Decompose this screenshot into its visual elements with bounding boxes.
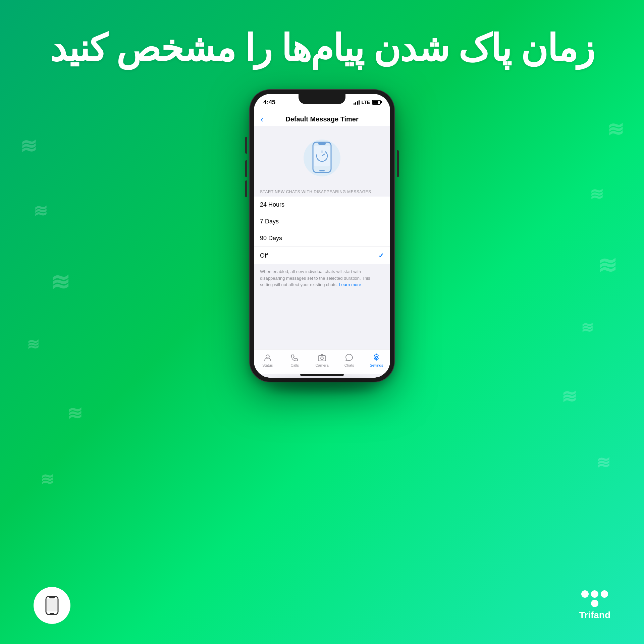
signal-bar-3 (357, 101, 358, 105)
back-button[interactable]: ‹ (261, 115, 263, 124)
signal-bar-4 (359, 100, 360, 105)
svg-point-9 (321, 357, 323, 360)
camera-tab-label: Camera (315, 363, 328, 367)
status-time: 4:45 (263, 99, 275, 106)
trifand-dot-4-empty (581, 600, 589, 607)
chats-tab-label: Chats (344, 363, 354, 367)
trifand-brand-name: Trifand (579, 610, 610, 621)
tab-status[interactable]: Status (258, 353, 278, 367)
description-text: When enabled, all new individual chats w… (260, 268, 384, 288)
battery-icon (372, 100, 381, 105)
status-icons: LTE (354, 100, 381, 105)
timer-icon-area (254, 126, 390, 186)
lte-label: LTE (362, 100, 370, 105)
camera-tab-icon (317, 353, 327, 362)
trifand-dot-1 (581, 590, 589, 598)
status-tab-label: Status (262, 363, 273, 367)
trifand-dot-5 (591, 600, 598, 607)
status-tab-icon (263, 353, 272, 362)
signal-bar-2 (355, 102, 356, 105)
trifand-dot-2 (591, 590, 598, 598)
status-bar: 4:45 LTE (254, 94, 390, 111)
svg-point-10 (375, 357, 377, 359)
selected-checkmark: ✓ (378, 252, 384, 260)
option-90days-label: 90 Days (260, 235, 282, 242)
description-area: When enabled, all new individual chats w… (254, 264, 390, 349)
section-header: START NEW CHATS WITH DISAPPEARING MESSAG… (254, 186, 390, 197)
options-list: 24 Hours 7 Days 90 Days Off ✓ (254, 197, 390, 264)
option-off[interactable]: Off ✓ (254, 247, 390, 264)
tab-chats[interactable]: Chats (339, 353, 359, 367)
trifand-logo: Trifand (579, 590, 610, 621)
phone-mockup: 4:45 LTE ‹ Defau (250, 90, 394, 392)
page-headline: زمان پاک شدن پیام‌ها را مشخص کنید (50, 27, 594, 70)
phone-frame: 4:45 LTE ‹ Defau (250, 90, 394, 382)
svg-rect-2 (318, 142, 326, 145)
option-24hours[interactable]: 24 Hours (254, 197, 390, 213)
svg-rect-6 (319, 170, 325, 171)
tab-settings[interactable]: Settings (366, 353, 386, 367)
section-label: START NEW CHATS WITH DISAPPEARING MESSAG… (260, 190, 371, 194)
phone-logo-icon (42, 595, 62, 615)
battery-fill (373, 101, 378, 104)
svg-rect-14 (50, 613, 54, 614)
svg-rect-12 (47, 599, 57, 611)
trifand-dots (581, 590, 608, 607)
tab-camera[interactable]: Camera (312, 353, 332, 367)
phone-timer-icon (310, 141, 334, 175)
trifand-dot-3 (601, 590, 608, 598)
bottom-logos-bar: Trifand (0, 587, 644, 624)
signal-bar-1 (354, 103, 355, 105)
signal-bars-icon (354, 100, 360, 105)
tab-bar: Status Calls (254, 349, 390, 374)
option-7days-label: 7 Days (260, 218, 279, 225)
svg-rect-8 (318, 356, 326, 361)
home-indicator (300, 374, 344, 376)
learn-more-link[interactable]: Learn more (339, 282, 361, 287)
screen-content: START NEW CHATS WITH DISAPPEARING MESSAG… (254, 126, 390, 378)
trifand-dot-6-empty (601, 600, 608, 607)
svg-rect-13 (49, 597, 55, 598)
chats-tab-icon (344, 353, 354, 362)
calls-tab-label: Calls (291, 363, 299, 367)
notch-cutout (299, 94, 345, 104)
nav-title: Default Message Timer (285, 115, 359, 123)
phone-logo-circle (34, 587, 70, 624)
option-off-label: Off (260, 252, 268, 259)
phone-shadow (268, 382, 376, 392)
settings-tab-icon (372, 353, 381, 362)
option-24hours-label: 24 Hours (260, 201, 284, 208)
phone-timer-icon-wrap (300, 136, 344, 180)
option-7days[interactable]: 7 Days (254, 213, 390, 230)
option-90days[interactable]: 90 Days (254, 230, 390, 247)
settings-tab-label: Settings (370, 363, 383, 367)
nav-bar: ‹ Default Message Timer (254, 111, 390, 126)
calls-tab-icon (290, 353, 300, 362)
tab-calls[interactable]: Calls (285, 353, 305, 367)
phone-screen: 4:45 LTE ‹ Defau (254, 94, 390, 378)
